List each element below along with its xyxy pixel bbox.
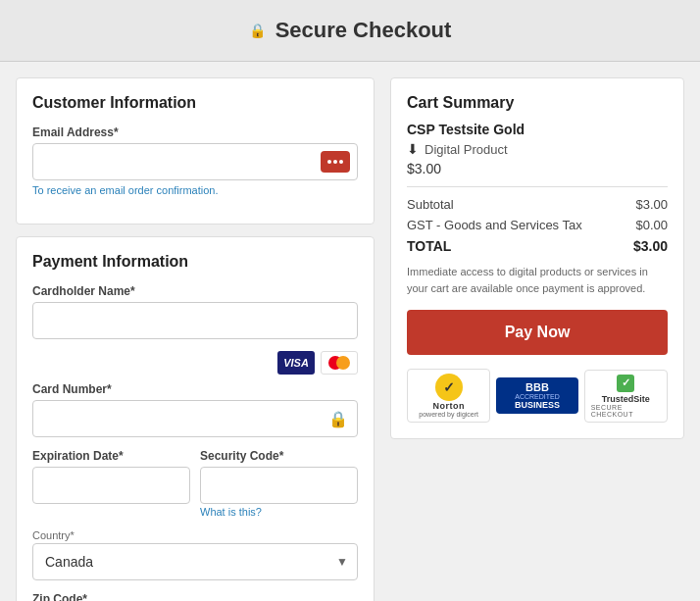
tax-label: GST - Goods and Services Tax <box>407 218 582 232</box>
cardholder-name-group: Cardholder Name* <box>32 284 358 339</box>
zip-code-label: Zip Code* <box>32 592 358 601</box>
card-number-wrapper: 🔒 <box>32 400 358 437</box>
total-label: TOTAL <box>407 238 451 254</box>
card-number-input[interactable] <box>32 400 358 437</box>
what-is-this-link[interactable]: What is this? <box>200 506 358 518</box>
product-type: ⬇ Digital Product <box>407 141 668 157</box>
tax-row: GST - Goods and Services Tax $0.00 <box>407 218 668 232</box>
product-type-label: Digital Product <box>425 142 508 157</box>
visa-logo: VISA <box>277 351 315 375</box>
bbb-business-label: BUSINESS <box>515 400 560 410</box>
card-lock-icon: 🔒 <box>328 410 348 428</box>
email-icon-button[interactable] <box>321 151 350 173</box>
dot2 <box>333 160 337 164</box>
email-wrapper <box>32 143 358 180</box>
country-select-wrapper: Canada United States Australia United Ki… <box>32 543 358 580</box>
total-row: TOTAL $3.00 <box>407 238 668 254</box>
subtotal-row: Subtotal $3.00 <box>407 197 668 212</box>
trusted-site-sub: SECURE CHECKOUT <box>591 404 661 418</box>
main-content: Customer Information Email Address* To r… <box>0 62 700 601</box>
email-hint: To receive an email order confirmation. <box>32 184 358 196</box>
dot1 <box>327 160 331 164</box>
payment-info-title: Payment Information <box>32 253 358 271</box>
page-title: Secure Checkout <box>275 18 452 43</box>
email-input[interactable] <box>32 143 358 180</box>
trusted-check-icon: ✓ <box>617 375 634 392</box>
cart-notice: Immediate access to digital products or … <box>407 264 668 296</box>
cart-divider <box>407 186 668 187</box>
tax-value: $0.00 <box>635 218 668 232</box>
trusted-site-badge: ✓ TrustedSite SECURE CHECKOUT <box>584 370 668 423</box>
card-number-label: Card Number* <box>32 382 358 396</box>
cart-summary-panel: Cart Summary CSP Testsite Gold ⬇ Digital… <box>390 77 684 439</box>
page-header: 🔒 Secure Checkout <box>0 0 700 62</box>
dot3 <box>339 160 343 164</box>
lock-icon: 🔒 <box>249 23 266 38</box>
security-code-label: Security Code* <box>200 449 358 463</box>
right-column: Cart Summary CSP Testsite Gold ⬇ Digital… <box>390 77 684 601</box>
subtotal-label: Subtotal <box>407 197 454 212</box>
left-column: Customer Information Email Address* To r… <box>16 77 375 601</box>
cardholder-name-input[interactable] <box>32 302 358 339</box>
card-logos: VISA <box>32 351 358 375</box>
product-name: CSP Testsite Gold <box>407 122 668 137</box>
product-price: $3.00 <box>407 161 668 176</box>
bbb-accredited-label: ACCREDITED <box>515 393 560 400</box>
norton-checkmark-icon: ✓ <box>443 379 455 395</box>
cardholder-name-label: Cardholder Name* <box>32 284 358 298</box>
norton-circle: ✓ <box>435 374 463 401</box>
expiration-input[interactable] <box>32 467 190 504</box>
country-select[interactable]: Canada United States Australia United Ki… <box>32 543 358 580</box>
customer-info-panel: Customer Information Email Address* To r… <box>16 77 375 225</box>
subtotal-value: $3.00 <box>635 197 668 212</box>
trust-badges: ✓ Norton powered by digicert BBB ACCREDI… <box>407 369 668 423</box>
norton-sub-label: powered by digicert <box>419 411 478 418</box>
total-value: $3.00 <box>633 238 668 254</box>
zip-code-group: Zip Code* <box>32 592 358 601</box>
download-icon: ⬇ <box>407 141 419 157</box>
country-label: Country* <box>32 529 358 541</box>
cart-summary-title: Cart Summary <box>407 94 668 112</box>
expiration-label: Expiration Date* <box>32 449 190 463</box>
email-field-group: Email Address* To receive an email order… <box>32 125 358 196</box>
security-code-group: Security Code* What is this? <box>200 449 358 518</box>
norton-label: Norton <box>432 401 465 411</box>
expiration-group: Expiration Date* <box>32 449 190 518</box>
bbb-letters: BBB <box>525 381 549 393</box>
email-label: Email Address* <box>32 125 358 139</box>
security-code-input[interactable] <box>200 467 358 504</box>
customer-info-title: Customer Information <box>32 94 358 112</box>
trusted-site-label: TrustedSite <box>602 394 650 404</box>
country-group: Country* Canada United States Australia … <box>32 529 358 580</box>
norton-badge: ✓ Norton powered by digicert <box>407 369 490 423</box>
card-number-group: Card Number* 🔒 <box>32 382 358 437</box>
pay-now-button[interactable]: Pay Now <box>407 310 668 355</box>
exp-security-row: Expiration Date* Security Code* What is … <box>32 449 358 529</box>
mastercard-logo <box>321 351 358 375</box>
mc-orange-circle <box>336 356 350 370</box>
bbb-badge: BBB ACCREDITED BUSINESS <box>496 377 577 414</box>
payment-info-panel: Payment Information Cardholder Name* .la… <box>16 236 375 601</box>
